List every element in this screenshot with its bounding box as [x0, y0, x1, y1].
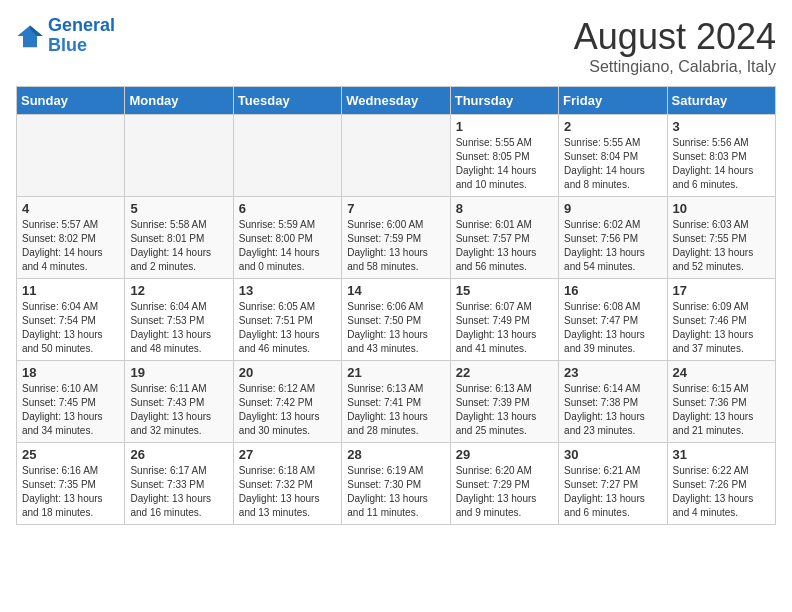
logo-line2: Blue [48, 35, 87, 55]
logo: General Blue [16, 16, 115, 56]
calendar-cell: 13Sunrise: 6:05 AM Sunset: 7:51 PM Dayli… [233, 279, 341, 361]
day-info: Sunrise: 6:03 AM Sunset: 7:55 PM Dayligh… [673, 218, 770, 274]
day-info: Sunrise: 6:22 AM Sunset: 7:26 PM Dayligh… [673, 464, 770, 520]
calendar-cell: 23Sunrise: 6:14 AM Sunset: 7:38 PM Dayli… [559, 361, 667, 443]
calendar-cell: 5Sunrise: 5:58 AM Sunset: 8:01 PM Daylig… [125, 197, 233, 279]
calendar-cell: 16Sunrise: 6:08 AM Sunset: 7:47 PM Dayli… [559, 279, 667, 361]
day-info: Sunrise: 6:09 AM Sunset: 7:46 PM Dayligh… [673, 300, 770, 356]
day-number: 25 [22, 447, 119, 462]
day-info: Sunrise: 6:21 AM Sunset: 7:27 PM Dayligh… [564, 464, 661, 520]
day-number: 17 [673, 283, 770, 298]
calendar-cell: 24Sunrise: 6:15 AM Sunset: 7:36 PM Dayli… [667, 361, 775, 443]
calendar-week-row: 25Sunrise: 6:16 AM Sunset: 7:35 PM Dayli… [17, 443, 776, 525]
calendar-cell: 29Sunrise: 6:20 AM Sunset: 7:29 PM Dayli… [450, 443, 558, 525]
day-number: 29 [456, 447, 553, 462]
calendar-cell: 12Sunrise: 6:04 AM Sunset: 7:53 PM Dayli… [125, 279, 233, 361]
calendar-cell: 30Sunrise: 6:21 AM Sunset: 7:27 PM Dayli… [559, 443, 667, 525]
calendar-cell: 1Sunrise: 5:55 AM Sunset: 8:05 PM Daylig… [450, 115, 558, 197]
day-number: 27 [239, 447, 336, 462]
day-info: Sunrise: 6:05 AM Sunset: 7:51 PM Dayligh… [239, 300, 336, 356]
day-header-wednesday: Wednesday [342, 87, 450, 115]
calendar-week-row: 18Sunrise: 6:10 AM Sunset: 7:45 PM Dayli… [17, 361, 776, 443]
calendar-cell: 31Sunrise: 6:22 AM Sunset: 7:26 PM Dayli… [667, 443, 775, 525]
day-info: Sunrise: 6:17 AM Sunset: 7:33 PM Dayligh… [130, 464, 227, 520]
calendar-cell: 9Sunrise: 6:02 AM Sunset: 7:56 PM Daylig… [559, 197, 667, 279]
calendar-cell: 27Sunrise: 6:18 AM Sunset: 7:32 PM Dayli… [233, 443, 341, 525]
calendar-cell: 3Sunrise: 5:56 AM Sunset: 8:03 PM Daylig… [667, 115, 775, 197]
calendar-cell: 26Sunrise: 6:17 AM Sunset: 7:33 PM Dayli… [125, 443, 233, 525]
day-number: 10 [673, 201, 770, 216]
day-info: Sunrise: 6:12 AM Sunset: 7:42 PM Dayligh… [239, 382, 336, 438]
day-info: Sunrise: 6:04 AM Sunset: 7:53 PM Dayligh… [130, 300, 227, 356]
calendar-cell: 11Sunrise: 6:04 AM Sunset: 7:54 PM Dayli… [17, 279, 125, 361]
day-info: Sunrise: 6:11 AM Sunset: 7:43 PM Dayligh… [130, 382, 227, 438]
day-number: 5 [130, 201, 227, 216]
day-header-thursday: Thursday [450, 87, 558, 115]
day-header-tuesday: Tuesday [233, 87, 341, 115]
day-number: 26 [130, 447, 227, 462]
day-info: Sunrise: 6:15 AM Sunset: 7:36 PM Dayligh… [673, 382, 770, 438]
calendar-cell: 28Sunrise: 6:19 AM Sunset: 7:30 PM Dayli… [342, 443, 450, 525]
calendar-cell: 15Sunrise: 6:07 AM Sunset: 7:49 PM Dayli… [450, 279, 558, 361]
day-number: 8 [456, 201, 553, 216]
calendar-cell: 7Sunrise: 6:00 AM Sunset: 7:59 PM Daylig… [342, 197, 450, 279]
day-number: 15 [456, 283, 553, 298]
day-info: Sunrise: 6:04 AM Sunset: 7:54 PM Dayligh… [22, 300, 119, 356]
day-number: 12 [130, 283, 227, 298]
day-info: Sunrise: 6:20 AM Sunset: 7:29 PM Dayligh… [456, 464, 553, 520]
day-number: 14 [347, 283, 444, 298]
calendar-cell: 25Sunrise: 6:16 AM Sunset: 7:35 PM Dayli… [17, 443, 125, 525]
day-info: Sunrise: 5:57 AM Sunset: 8:02 PM Dayligh… [22, 218, 119, 274]
day-number: 22 [456, 365, 553, 380]
day-info: Sunrise: 5:55 AM Sunset: 8:04 PM Dayligh… [564, 136, 661, 192]
day-number: 18 [22, 365, 119, 380]
calendar-header-row: SundayMondayTuesdayWednesdayThursdayFrid… [17, 87, 776, 115]
day-number: 16 [564, 283, 661, 298]
month-title: August 2024 [574, 16, 776, 58]
day-info: Sunrise: 6:13 AM Sunset: 7:39 PM Dayligh… [456, 382, 553, 438]
day-number: 11 [22, 283, 119, 298]
calendar-cell: 4Sunrise: 5:57 AM Sunset: 8:02 PM Daylig… [17, 197, 125, 279]
calendar-cell: 20Sunrise: 6:12 AM Sunset: 7:42 PM Dayli… [233, 361, 341, 443]
location: Settingiano, Calabria, Italy [574, 58, 776, 76]
day-number: 23 [564, 365, 661, 380]
day-info: Sunrise: 5:55 AM Sunset: 8:05 PM Dayligh… [456, 136, 553, 192]
day-number: 6 [239, 201, 336, 216]
day-number: 24 [673, 365, 770, 380]
calendar-cell: 8Sunrise: 6:01 AM Sunset: 7:57 PM Daylig… [450, 197, 558, 279]
day-number: 20 [239, 365, 336, 380]
page-header: General Blue August 2024 Settingiano, Ca… [16, 16, 776, 76]
calendar-week-row: 1Sunrise: 5:55 AM Sunset: 8:05 PM Daylig… [17, 115, 776, 197]
day-number: 13 [239, 283, 336, 298]
day-number: 30 [564, 447, 661, 462]
day-info: Sunrise: 5:59 AM Sunset: 8:00 PM Dayligh… [239, 218, 336, 274]
calendar-cell: 22Sunrise: 6:13 AM Sunset: 7:39 PM Dayli… [450, 361, 558, 443]
calendar-week-row: 11Sunrise: 6:04 AM Sunset: 7:54 PM Dayli… [17, 279, 776, 361]
calendar-cell: 6Sunrise: 5:59 AM Sunset: 8:00 PM Daylig… [233, 197, 341, 279]
day-header-saturday: Saturday [667, 87, 775, 115]
title-block: August 2024 Settingiano, Calabria, Italy [574, 16, 776, 76]
day-info: Sunrise: 6:01 AM Sunset: 7:57 PM Dayligh… [456, 218, 553, 274]
calendar-cell [17, 115, 125, 197]
calendar-cell: 21Sunrise: 6:13 AM Sunset: 7:41 PM Dayli… [342, 361, 450, 443]
day-number: 19 [130, 365, 227, 380]
calendar-cell: 19Sunrise: 6:11 AM Sunset: 7:43 PM Dayli… [125, 361, 233, 443]
day-info: Sunrise: 6:10 AM Sunset: 7:45 PM Dayligh… [22, 382, 119, 438]
calendar-week-row: 4Sunrise: 5:57 AM Sunset: 8:02 PM Daylig… [17, 197, 776, 279]
day-info: Sunrise: 6:07 AM Sunset: 7:49 PM Dayligh… [456, 300, 553, 356]
calendar-cell: 14Sunrise: 6:06 AM Sunset: 7:50 PM Dayli… [342, 279, 450, 361]
day-number: 9 [564, 201, 661, 216]
day-info: Sunrise: 6:16 AM Sunset: 7:35 PM Dayligh… [22, 464, 119, 520]
logo-icon [16, 22, 44, 50]
day-header-friday: Friday [559, 87, 667, 115]
day-info: Sunrise: 6:00 AM Sunset: 7:59 PM Dayligh… [347, 218, 444, 274]
day-number: 7 [347, 201, 444, 216]
calendar-cell: 10Sunrise: 6:03 AM Sunset: 7:55 PM Dayli… [667, 197, 775, 279]
day-info: Sunrise: 5:56 AM Sunset: 8:03 PM Dayligh… [673, 136, 770, 192]
calendar-cell [125, 115, 233, 197]
calendar-cell: 17Sunrise: 6:09 AM Sunset: 7:46 PM Dayli… [667, 279, 775, 361]
day-info: Sunrise: 5:58 AM Sunset: 8:01 PM Dayligh… [130, 218, 227, 274]
day-number: 21 [347, 365, 444, 380]
day-number: 1 [456, 119, 553, 134]
day-header-sunday: Sunday [17, 87, 125, 115]
